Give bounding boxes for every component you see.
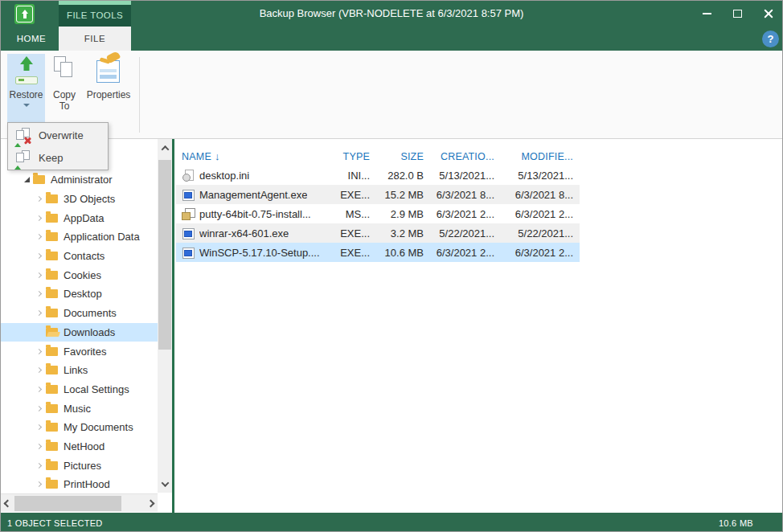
file-created: 5/22/2021... [424, 227, 494, 239]
ini-file-icon [182, 170, 195, 182]
file-type: EXE... [334, 189, 370, 201]
horizontal-scrollbar-thumb[interactable] [14, 496, 121, 511]
folder-tree-panel: Administrator 3D Objects AppData Applica… [1, 139, 158, 493]
file-row[interactable]: winrar-x64-601.exe EXE... 3.2 MB 5/22/20… [176, 223, 580, 243]
tree-item-label: Cookies [64, 269, 101, 281]
file-size: 2.9 MB [370, 208, 424, 220]
expand-icon[interactable] [33, 425, 46, 429]
file-modified: 6/3/2021 8... [494, 189, 573, 201]
folder-icon [46, 194, 58, 203]
properties-button[interactable]: Properties [83, 54, 134, 123]
app-restore-icon[interactable] [14, 4, 35, 24]
tree-item-local-settings[interactable]: Local Settings [1, 380, 158, 399]
tab-home[interactable]: HOME [7, 27, 55, 51]
scroll-up-button[interactable] [158, 139, 172, 157]
tree-item-label: Documents [64, 307, 117, 319]
contextual-tab-file-tools: FILE TOOLS [59, 1, 131, 27]
expand-icon[interactable] [33, 387, 46, 391]
tree-item-3d-objects[interactable]: 3D Objects [1, 190, 158, 209]
expand-icon[interactable] [33, 482, 46, 486]
tree-item-administrator[interactable]: Administrator [1, 170, 158, 190]
folder-icon [46, 442, 58, 451]
tree-item-favorites[interactable]: Favorites [1, 342, 158, 361]
folder-icon [46, 404, 58, 413]
tree-item-downloads[interactable]: Downloads [1, 323, 158, 342]
file-modified: 5/13/2021... [494, 170, 573, 182]
file-type: INI... [334, 170, 370, 182]
file-row[interactable]: putty-64bit-0.75-install... MS... 2.9 MB… [176, 204, 580, 223]
tree-item-documents[interactable]: Documents [1, 304, 158, 323]
file-list-rows: desktop.ini INI... 282.0 B 5/13/2021... … [176, 166, 782, 262]
expand-icon[interactable] [33, 311, 46, 315]
restore-button[interactable]: Restore [7, 54, 45, 123]
expand-icon[interactable] [33, 254, 46, 258]
file-created: 6/3/2021 2... [424, 247, 494, 259]
file-row[interactable]: desktop.ini INI... 282.0 B 5/13/2021... … [176, 166, 580, 185]
file-modified: 6/3/2021 2... [494, 208, 573, 220]
scroll-left-button[interactable] [1, 494, 14, 513]
column-header-name[interactable]: NAME ↓ [176, 150, 334, 162]
minimize-icon [703, 13, 711, 14]
column-header-size[interactable]: SIZE [370, 151, 424, 162]
tab-file[interactable]: FILE [59, 27, 131, 51]
folder-icon [33, 175, 45, 184]
tree-item-label: My Documents [64, 421, 133, 433]
expand-icon[interactable] [33, 197, 46, 201]
tree-item-appdata[interactable]: AppData [1, 208, 158, 227]
expand-icon[interactable] [33, 444, 46, 448]
tree-item-application-data[interactable]: Application Data [1, 227, 158, 247]
menu-item-keep-label: Keep [39, 152, 63, 164]
minimize-button[interactable] [698, 5, 716, 23]
collapse-icon[interactable] [20, 177, 33, 182]
expand-icon[interactable] [33, 350, 46, 354]
file-name: WinSCP-5.17.10-Setup.... [199, 247, 320, 259]
tree-vertical-scrollbar[interactable] [158, 139, 172, 493]
expand-icon[interactable] [33, 368, 46, 372]
title-bar: FILE TOOLS Backup Browser (VBR-NODELETE … [1, 1, 782, 51]
column-header-modified[interactable]: MODIFIE... [494, 151, 573, 162]
expand-icon[interactable] [33, 407, 46, 411]
tree-item-label: Administrator [51, 174, 113, 186]
file-modified: 6/3/2021 2... [494, 247, 573, 259]
tree-item-music[interactable]: Music [1, 399, 158, 418]
tree-item-nethood[interactable]: NetHood [1, 437, 158, 456]
tree-item-links[interactable]: Links [1, 361, 158, 380]
chevron-right-icon [147, 500, 155, 508]
tree-horizontal-scrollbar[interactable] [1, 493, 158, 512]
copy-to-icon [52, 54, 76, 89]
copy-to-button[interactable]: Copy To [47, 54, 81, 123]
menu-item-overwrite[interactable]: Overwrite [8, 124, 108, 146]
column-header-created[interactable]: CREATIO... [424, 151, 494, 162]
file-name: desktop.ini [199, 170, 249, 182]
copy-to-button-label: Copy To [47, 89, 81, 112]
file-row[interactable]: WinSCP-5.17.10-Setup.... EXE... 10.6 MB … [176, 243, 580, 262]
expand-icon[interactable] [33, 235, 46, 239]
tree-item-label: NetHood [64, 440, 105, 452]
tree-item-pictures[interactable]: Pictures [1, 456, 158, 475]
scroll-down-button[interactable] [158, 475, 172, 493]
properties-icon [93, 54, 124, 89]
help-button[interactable]: ? [762, 31, 779, 47]
expand-icon[interactable] [33, 464, 46, 468]
window-title: Backup Browser (VBR-NODELETE at 6/3/2021… [146, 1, 637, 27]
tree-item-cookies[interactable]: Cookies [1, 265, 158, 284]
tree-item-label: AppData [64, 212, 105, 224]
scroll-right-button[interactable] [144, 494, 158, 513]
tree-item-printhood[interactable]: PrintHood [1, 475, 158, 493]
expand-icon[interactable] [33, 273, 46, 277]
column-header-type[interactable]: TYPE [334, 151, 370, 162]
folder-icon [46, 232, 58, 241]
expand-icon[interactable] [33, 292, 46, 296]
file-row[interactable]: ManagementAgent.exe EXE... 15.2 MB 6/3/2… [176, 185, 580, 204]
folder-tree: Administrator 3D Objects AppData Applica… [1, 139, 158, 493]
vertical-scrollbar-thumb[interactable] [158, 160, 171, 350]
file-size: 15.2 MB [370, 189, 424, 201]
tree-item-my-documents[interactable]: My Documents [1, 418, 158, 437]
menu-item-keep[interactable]: Keep [8, 146, 108, 169]
expand-icon[interactable] [33, 216, 46, 220]
chevron-down-icon [161, 479, 169, 487]
maximize-button[interactable] [728, 5, 747, 23]
close-button[interactable] [759, 5, 777, 23]
tree-item-desktop[interactable]: Desktop [1, 284, 158, 304]
tree-item-contacts[interactable]: Contacts [1, 247, 158, 266]
